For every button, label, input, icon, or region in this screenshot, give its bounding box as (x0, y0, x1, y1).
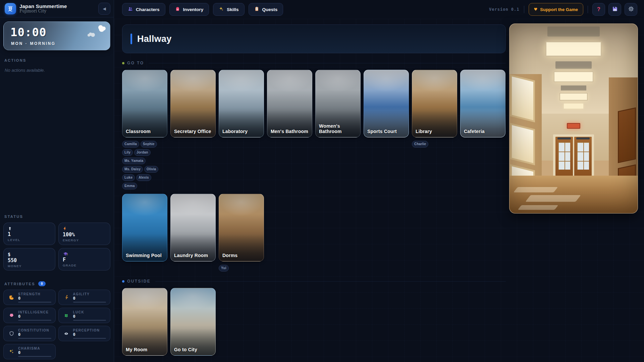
location-card-go-to-city[interactable]: Go to City (170, 288, 216, 356)
skills-icon (219, 6, 224, 12)
location-cards-row: My RoomGo to City (122, 288, 506, 356)
character-chip-ms-daisy[interactable]: Ms. Daisy (122, 166, 143, 173)
attribute-label: LUCK (73, 310, 106, 314)
location-cards-row: Swimming PoolLaundry RoomDormsYui (122, 194, 506, 272)
eye-icon (63, 331, 70, 336)
sparkles-icon (8, 349, 15, 354)
nav-button-skills[interactable]: Skills (213, 3, 244, 16)
nav-button-label: Characters (136, 7, 160, 12)
save-button[interactable] (608, 3, 621, 16)
page-title: Hallway (137, 34, 172, 44)
nav-button-characters[interactable]: Characters (122, 3, 165, 16)
attribute-value: 0 (73, 296, 106, 301)
location-card-laboratory[interactable]: Laboratory (219, 70, 264, 137)
sidebar-collapse-button[interactable]: ◀ (98, 3, 110, 15)
attribute-card-luck: LUCK0 (58, 308, 111, 323)
attribute-label: CONSTITUTION (18, 328, 51, 332)
location-cell-classroom: ClassroomCamillaSophieLilyJordanMs. Yama… (122, 70, 167, 189)
support-the-game-button[interactable]: ♥ Support the Game (529, 3, 583, 16)
character-chips: Yui (219, 265, 263, 272)
location-card-sports-court[interactable]: Sports Court (364, 70, 409, 137)
attribute-value: 0 (73, 332, 106, 337)
location-card-dorms[interactable]: Dorms (219, 194, 264, 261)
status-header: STATUS (4, 215, 109, 219)
weather-clouds-icon (85, 24, 107, 40)
clock-day-period: MON · MORNING (11, 41, 56, 46)
nav-button-quests[interactable]: Quests (249, 3, 283, 16)
location-card-library[interactable]: Library (412, 70, 457, 137)
location-card-cafeteria[interactable]: Cafeteria (460, 70, 505, 137)
attribute-progress-bar (18, 356, 51, 357)
nav-button-label: Skills (227, 7, 238, 12)
character-chip-ms-yamata[interactable]: Ms. Yamata (122, 158, 146, 164)
brain-icon (8, 313, 15, 318)
character-chip-sophie[interactable]: Sophie (141, 141, 157, 147)
level-up-icon (8, 226, 51, 231)
bicep-icon (8, 295, 15, 300)
location-cell-sports-court: Sports Court (364, 70, 409, 137)
character-chip-olivia[interactable]: Olivia (144, 166, 158, 173)
location-card-classroom[interactable]: Classroom (122, 70, 167, 137)
status-card-energy: 100%ENERGY (58, 223, 110, 245)
character-chip-emma[interactable]: Emma (122, 183, 137, 189)
location-cell-men-s-bathroom: Men's Bathroom (267, 70, 312, 137)
status-value: 550 (8, 257, 51, 263)
quests-icon (254, 6, 259, 12)
dollar-icon: $ (8, 251, 51, 257)
nav-buttons: CharactersInventorySkillsQuests (122, 3, 283, 16)
nav-button-label: Quests (262, 7, 278, 12)
location-card-women-s-bathroom[interactable]: Women's Bathroom (315, 70, 361, 137)
location-scene-image (509, 23, 638, 214)
attribute-progress-bar (73, 302, 106, 303)
attribute-value: 0 (18, 350, 51, 355)
character-chip-charlie[interactable]: Charlie (412, 141, 428, 147)
topbar-right: Version 0.1 ♥ Support the Game ? (489, 3, 637, 16)
location-card-label: Classroom (126, 129, 151, 134)
clock-period: MORNING (30, 41, 55, 46)
attribute-card-agility: AGILITY0 (58, 290, 111, 305)
grad-cap-icon (63, 251, 106, 256)
attributes-grid: STRENGTH0AGILITY0INTELLIGENCE0LUCK0CONST… (3, 290, 110, 359)
help-button[interactable]: ? (592, 3, 605, 16)
attribute-card-constitution: CONSTITUTION0 (3, 326, 56, 341)
character-chip-luke[interactable]: Luke (122, 174, 135, 181)
divider (524, 6, 524, 13)
nav-button-inventory[interactable]: Inventory (169, 3, 209, 16)
status-card-money: $550MONEY (3, 248, 55, 270)
status-label: LEVEL (8, 238, 51, 242)
status-value: F (63, 257, 106, 263)
location-card-swimming-pool[interactable]: Swimming Pool (122, 194, 167, 261)
status-label: GRADE (63, 263, 106, 267)
main-area: CharactersInventorySkillsQuests Version … (114, 0, 644, 362)
location-card-secretary-office[interactable]: Secretary Office (170, 70, 216, 137)
location-card-label: Library (416, 129, 432, 134)
location-cell-cafeteria: Cafeteria (460, 70, 505, 137)
location-card-laundry-room[interactable]: Laundry Room (170, 194, 216, 261)
location-card-my-room[interactable]: My Room (122, 288, 167, 356)
gear-icon (628, 6, 634, 13)
status-value: 1 (8, 231, 51, 237)
attribute-card-charisma: CHARISMA0 (3, 344, 56, 359)
lightning-icon (63, 226, 106, 231)
settings-button[interactable] (625, 3, 637, 16)
section-divider-line (155, 281, 506, 282)
section-label: GO TO (127, 61, 144, 65)
section-dot-icon (122, 62, 124, 64)
title-accent-bar (130, 34, 132, 44)
character-chip-jordan[interactable]: Jordan (134, 149, 151, 156)
clover-icon (63, 313, 70, 318)
character-chip-camilla[interactable]: Camilla (122, 141, 139, 147)
attribute-progress-bar (18, 320, 51, 321)
location-card-label: Go to City (174, 347, 197, 352)
status-grid: 1LEVEL100%ENERGY$550MONEYFGRADE (3, 223, 110, 270)
character-chip-lily[interactable]: Lily (122, 149, 133, 156)
character-chip-yui[interactable]: Yui (219, 265, 229, 272)
attribute-card-intelligence: INTELLIGENCE0 (3, 308, 56, 323)
support-label: Support the Game (540, 7, 578, 12)
clock-day: MON (11, 41, 23, 46)
sidebar-header: Japan Summertime Fujimori City ◀ (0, 0, 114, 17)
nav-button-label: Inventory (183, 7, 204, 12)
location-card-men-s-bathroom[interactable]: Men's Bathroom (267, 70, 312, 137)
character-chip-alexis[interactable]: Alexis (136, 174, 151, 181)
attribute-value: 0 (73, 314, 106, 319)
